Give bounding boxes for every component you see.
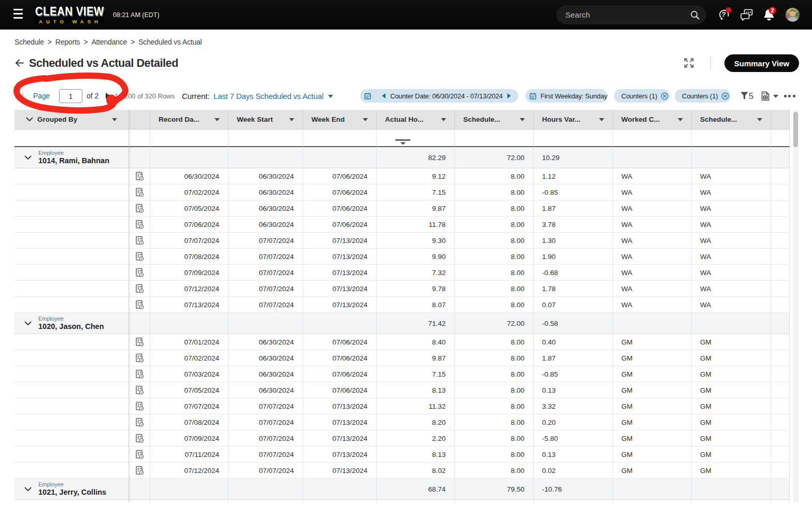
timecard-record-icon[interactable] (135, 401, 145, 411)
current-report-selector[interactable]: Last 7 Days Scheduled vs Actual (213, 84, 333, 107)
vertical-scrollbar[interactable] (793, 110, 799, 502)
timecard-record-icon[interactable] (135, 171, 145, 181)
record-row[interactable]: 07/06/202406/30/202407/06/202411.788.003… (15, 217, 790, 233)
filter-cell[interactable] (229, 130, 303, 147)
timecard-record-icon[interactable] (135, 385, 145, 395)
column-menu-icon[interactable] (599, 118, 604, 124)
timecard-record-icon[interactable] (135, 236, 145, 246)
column-menu-icon[interactable] (757, 118, 762, 124)
filter-cell[interactable] (15, 130, 129, 147)
timecard-record-icon[interactable] (135, 434, 145, 443)
group-collapse-chevron-icon[interactable] (24, 487, 32, 492)
record-row[interactable]: 07/07/202407/07/202407/13/202411.328.003… (15, 398, 790, 414)
timecard-record-icon[interactable] (135, 268, 145, 278)
column-header-scheduled-hours[interactable]: Schedule... (455, 110, 534, 130)
record-row[interactable]: 07/09/202407/07/202407/13/20247.328.00-0… (15, 265, 790, 281)
column-header-week-end[interactable]: Week End (303, 110, 377, 130)
column-menu-icon[interactable] (441, 118, 446, 124)
record-row[interactable]: 06/30/202406/30/202407/06/20249.128.001.… (15, 168, 790, 184)
counter-date-chip[interactable]: Counter Date: 06/30/2024 - 07/13/2024 (360, 89, 518, 103)
record-cell[interactable] (129, 430, 150, 447)
column-menu-icon[interactable] (112, 118, 117, 124)
record-cell[interactable] (129, 233, 150, 249)
column-header-hours-variance[interactable]: Hours Var... (534, 110, 613, 130)
record-row[interactable]: 07/05/202406/30/202407/06/20249.878.001.… (15, 200, 790, 217)
record-row[interactable]: 07/05/202406/30/202407/06/20248.138.000.… (15, 382, 790, 398)
record-cell[interactable] (129, 350, 150, 366)
column-menu-icon[interactable] (289, 118, 294, 124)
column-menu-icon[interactable] (215, 118, 220, 124)
record-cell[interactable] (129, 217, 150, 233)
record-row[interactable]: 07/08/202407/07/202407/13/20248.208.000.… (15, 414, 790, 430)
timecard-record-icon[interactable] (135, 353, 145, 363)
record-cell[interactable] (129, 249, 150, 265)
timecard-record-icon[interactable] (135, 369, 145, 379)
search-icon[interactable] (690, 10, 700, 20)
remove-filter-icon[interactable] (721, 92, 729, 100)
timecard-record-icon[interactable] (135, 300, 145, 310)
breadcrumb-item-schedule[interactable]: Schedule (15, 38, 44, 46)
record-cell[interactable] (129, 414, 150, 430)
record-cell[interactable] (129, 281, 150, 297)
page-label[interactable]: Page (33, 84, 50, 107)
record-cell[interactable] (129, 447, 150, 463)
column-menu-icon[interactable] (520, 118, 525, 124)
record-cell[interactable] (129, 366, 150, 382)
timecard-record-icon[interactable] (135, 204, 145, 213)
timecard-record-icon[interactable] (135, 466, 145, 476)
record-cell[interactable] (129, 184, 150, 200)
more-options-button[interactable] (784, 84, 795, 107)
record-row[interactable]: 07/01/202406/30/202407/06/20248.408.000.… (15, 334, 790, 350)
counters-filter-chip[interactable]: Counters (1) (675, 89, 731, 103)
timecard-record-icon[interactable] (135, 220, 145, 229)
scrollbar-thumb[interactable] (793, 112, 798, 147)
record-cell[interactable] (129, 168, 150, 184)
record-row[interactable]: 07/03/202406/30/202407/06/20247.158.00-0… (15, 366, 790, 382)
record-row[interactable]: 07/13/202407/07/202407/13/20248.078.000.… (15, 297, 790, 313)
filters-button[interactable]: 5 (740, 84, 753, 107)
previous-date-range-icon[interactable] (382, 93, 386, 98)
search-input[interactable] (557, 10, 690, 19)
timecard-record-icon[interactable] (135, 337, 145, 347)
timecard-record-icon[interactable] (135, 284, 145, 294)
filter-cell[interactable] (613, 130, 692, 147)
filter-cell[interactable] (455, 130, 534, 147)
record-cell[interactable] (129, 297, 150, 313)
menu-hamburger-icon[interactable] (13, 9, 23, 20)
export-button[interactable] (761, 84, 778, 107)
filter-cell[interactable] (303, 130, 377, 147)
help-button[interactable]: ? (717, 7, 732, 22)
column-menu-icon[interactable] (363, 118, 368, 124)
column-menu-icon[interactable] (678, 118, 683, 124)
breadcrumb-item-scheduled-vs-actual[interactable]: Scheduled vs Actual (138, 38, 202, 46)
timecard-record-icon[interactable] (135, 252, 145, 262)
column-header-worked-cc[interactable]: Worked C... (613, 110, 692, 130)
record-row[interactable]: 07/08/202407/07/202407/13/20249.908.001.… (15, 249, 790, 265)
group-collapse-chevron-icon[interactable] (24, 321, 32, 326)
record-row[interactable]: 07/11/202407/07/202407/13/20248.138.000.… (15, 447, 790, 463)
summary-view-button[interactable]: Summary View (724, 54, 799, 72)
filter-applied-icon[interactable] (395, 139, 411, 147)
remove-filter-icon[interactable] (661, 92, 668, 100)
timecard-record-icon[interactable] (135, 450, 145, 459)
group-collapse-chevron-icon[interactable] (24, 155, 32, 160)
first-weekday-chip[interactable]: First Weekday: Sunday (525, 89, 607, 103)
column-header-record-date[interactable]: Record Da... (150, 110, 229, 130)
filter-cell[interactable] (534, 130, 613, 147)
breadcrumb-item-attendance[interactable]: Attendance (91, 38, 127, 46)
user-avatar[interactable] (786, 8, 800, 22)
next-date-range-icon[interactable] (507, 93, 511, 98)
filter-cell[interactable] (692, 130, 771, 147)
back-arrow-icon[interactable] (15, 58, 24, 68)
fullscreen-expand-icon[interactable] (684, 58, 694, 68)
record-cell[interactable] (129, 463, 150, 479)
record-cell[interactable] (129, 200, 150, 217)
timecard-record-icon[interactable] (135, 188, 145, 197)
column-header-actual-hours[interactable]: Actual Ho... (377, 110, 455, 130)
record-cell[interactable] (129, 265, 150, 281)
notifications-button[interactable]: 2 (761, 7, 777, 22)
column-header-scheduled-cc[interactable]: Schedule... (692, 110, 771, 130)
counters-filter-chip[interactable]: Counters (1) (614, 89, 669, 103)
column-header-grouped-by[interactable]: Grouped By (15, 110, 129, 130)
column-header-week-start[interactable]: Week Start (229, 110, 303, 130)
